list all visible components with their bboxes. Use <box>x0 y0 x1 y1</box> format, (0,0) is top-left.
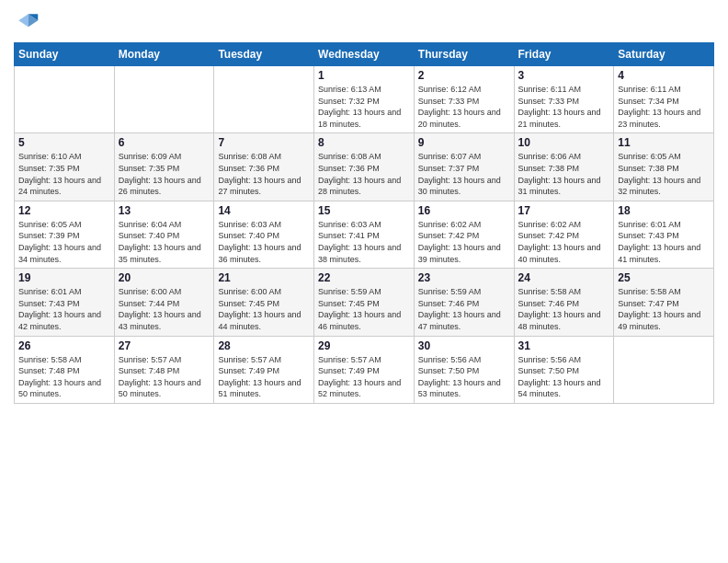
week-row-4: 19Sunrise: 6:01 AM Sunset: 7:43 PM Dayli… <box>15 269 714 336</box>
day-info: Sunrise: 6:07 AM Sunset: 7:37 PM Dayligh… <box>418 151 510 197</box>
day-cell: 5Sunrise: 6:10 AM Sunset: 7:35 PM Daylig… <box>15 133 115 201</box>
day-cell <box>15 66 115 133</box>
day-info: Sunrise: 6:11 AM Sunset: 7:34 PM Dayligh… <box>618 84 710 130</box>
day-cell: 25Sunrise: 5:58 AM Sunset: 7:47 PM Dayli… <box>614 269 714 336</box>
day-number: 17 <box>518 204 610 217</box>
day-cell: 28Sunrise: 5:57 AM Sunset: 7:49 PM Dayli… <box>214 336 314 403</box>
day-info: Sunrise: 6:01 AM Sunset: 7:43 PM Dayligh… <box>18 286 110 332</box>
day-cell: 3Sunrise: 6:11 AM Sunset: 7:33 PM Daylig… <box>514 66 614 133</box>
day-cell: 10Sunrise: 6:06 AM Sunset: 7:38 PM Dayli… <box>514 133 614 201</box>
day-number: 3 <box>518 69 610 82</box>
day-info: Sunrise: 6:03 AM Sunset: 7:41 PM Dayligh… <box>318 219 410 265</box>
day-info: Sunrise: 5:56 AM Sunset: 7:50 PM Dayligh… <box>418 354 510 400</box>
day-info: Sunrise: 6:08 AM Sunset: 7:36 PM Dayligh… <box>318 151 410 197</box>
day-info: Sunrise: 5:58 AM Sunset: 7:46 PM Dayligh… <box>518 286 610 332</box>
day-number: 26 <box>18 339 110 352</box>
logo-icon <box>14 9 40 35</box>
day-cell: 1Sunrise: 6:13 AM Sunset: 7:32 PM Daylig… <box>314 66 415 133</box>
day-cell: 11Sunrise: 6:05 AM Sunset: 7:38 PM Dayli… <box>614 133 714 201</box>
day-info: Sunrise: 6:12 AM Sunset: 7:33 PM Dayligh… <box>418 84 510 130</box>
day-number: 11 <box>618 136 710 149</box>
day-cell <box>114 66 214 133</box>
day-info: Sunrise: 5:58 AM Sunset: 7:48 PM Dayligh… <box>18 354 110 400</box>
day-info: Sunrise: 6:13 AM Sunset: 7:32 PM Dayligh… <box>318 84 410 130</box>
day-cell: 8Sunrise: 6:08 AM Sunset: 7:36 PM Daylig… <box>314 133 415 201</box>
day-number: 1 <box>318 69 410 82</box>
day-number: 22 <box>318 271 410 284</box>
day-number: 25 <box>618 271 710 284</box>
day-cell: 17Sunrise: 6:02 AM Sunset: 7:42 PM Dayli… <box>514 201 614 268</box>
day-cell: 26Sunrise: 5:58 AM Sunset: 7:48 PM Dayli… <box>15 336 115 403</box>
day-cell: 14Sunrise: 6:03 AM Sunset: 7:40 PM Dayli… <box>214 201 314 268</box>
day-info: Sunrise: 6:06 AM Sunset: 7:38 PM Dayligh… <box>518 151 610 197</box>
day-number: 31 <box>518 339 610 352</box>
day-info: Sunrise: 6:00 AM Sunset: 7:44 PM Dayligh… <box>119 286 210 332</box>
weekday-tuesday: Tuesday <box>214 43 314 66</box>
day-info: Sunrise: 6:02 AM Sunset: 7:42 PM Dayligh… <box>418 219 510 265</box>
day-number: 6 <box>119 136 210 149</box>
day-number: 15 <box>318 204 410 217</box>
weekday-thursday: Thursday <box>414 43 514 66</box>
day-number: 2 <box>418 69 510 82</box>
day-number: 20 <box>119 271 210 284</box>
week-row-1: 1Sunrise: 6:13 AM Sunset: 7:32 PM Daylig… <box>15 66 714 133</box>
day-number: 10 <box>518 136 610 149</box>
day-cell: 20Sunrise: 6:00 AM Sunset: 7:44 PM Dayli… <box>114 269 214 336</box>
day-cell <box>614 336 714 403</box>
day-cell: 23Sunrise: 5:59 AM Sunset: 7:46 PM Dayli… <box>414 269 514 336</box>
day-number: 13 <box>119 204 210 217</box>
day-cell: 2Sunrise: 6:12 AM Sunset: 7:33 PM Daylig… <box>414 66 514 133</box>
day-number: 30 <box>418 339 510 352</box>
weekday-saturday: Saturday <box>614 43 714 66</box>
day-number: 28 <box>218 339 310 352</box>
page: SundayMondayTuesdayWednesdayThursdayFrid… <box>0 0 728 563</box>
day-number: 29 <box>318 339 410 352</box>
day-info: Sunrise: 5:56 AM Sunset: 7:50 PM Dayligh… <box>518 354 610 400</box>
week-row-5: 26Sunrise: 5:58 AM Sunset: 7:48 PM Dayli… <box>15 336 714 403</box>
day-number: 14 <box>218 204 310 217</box>
day-cell: 22Sunrise: 5:59 AM Sunset: 7:45 PM Dayli… <box>314 269 415 336</box>
week-row-3: 12Sunrise: 6:05 AM Sunset: 7:39 PM Dayli… <box>15 201 714 268</box>
day-number: 8 <box>318 136 410 149</box>
day-cell: 19Sunrise: 6:01 AM Sunset: 7:43 PM Dayli… <box>15 269 115 336</box>
day-cell: 15Sunrise: 6:03 AM Sunset: 7:41 PM Dayli… <box>314 201 415 268</box>
header <box>14 9 714 35</box>
day-info: Sunrise: 6:03 AM Sunset: 7:40 PM Dayligh… <box>218 219 310 265</box>
day-cell: 12Sunrise: 6:05 AM Sunset: 7:39 PM Dayli… <box>15 201 115 268</box>
day-info: Sunrise: 6:01 AM Sunset: 7:43 PM Dayligh… <box>618 219 710 265</box>
day-info: Sunrise: 6:04 AM Sunset: 7:40 PM Dayligh… <box>119 219 210 265</box>
day-info: Sunrise: 5:59 AM Sunset: 7:45 PM Dayligh… <box>318 286 410 332</box>
day-cell: 27Sunrise: 5:57 AM Sunset: 7:48 PM Dayli… <box>114 336 214 403</box>
day-cell: 9Sunrise: 6:07 AM Sunset: 7:37 PM Daylig… <box>414 133 514 201</box>
weekday-monday: Monday <box>114 43 214 66</box>
day-cell: 13Sunrise: 6:04 AM Sunset: 7:40 PM Dayli… <box>114 201 214 268</box>
day-info: Sunrise: 6:08 AM Sunset: 7:36 PM Dayligh… <box>218 151 310 197</box>
day-number: 21 <box>218 271 310 284</box>
weekday-sunday: Sunday <box>15 43 115 66</box>
day-number: 9 <box>418 136 510 149</box>
day-number: 18 <box>618 204 710 217</box>
day-info: Sunrise: 5:57 AM Sunset: 7:48 PM Dayligh… <box>119 354 210 400</box>
day-cell: 29Sunrise: 5:57 AM Sunset: 7:49 PM Dayli… <box>314 336 415 403</box>
day-cell: 16Sunrise: 6:02 AM Sunset: 7:42 PM Dayli… <box>414 201 514 268</box>
day-info: Sunrise: 5:59 AM Sunset: 7:46 PM Dayligh… <box>418 286 510 332</box>
day-cell: 21Sunrise: 6:00 AM Sunset: 7:45 PM Dayli… <box>214 269 314 336</box>
day-cell: 30Sunrise: 5:56 AM Sunset: 7:50 PM Dayli… <box>414 336 514 403</box>
calendar: SundayMondayTuesdayWednesdayThursdayFrid… <box>14 42 714 404</box>
day-info: Sunrise: 6:05 AM Sunset: 7:39 PM Dayligh… <box>18 219 110 265</box>
day-number: 4 <box>618 69 710 82</box>
day-info: Sunrise: 6:09 AM Sunset: 7:35 PM Dayligh… <box>119 151 210 197</box>
day-number: 16 <box>418 204 510 217</box>
day-cell: 31Sunrise: 5:56 AM Sunset: 7:50 PM Dayli… <box>514 336 614 403</box>
week-row-2: 5Sunrise: 6:10 AM Sunset: 7:35 PM Daylig… <box>15 133 714 201</box>
day-number: 7 <box>218 136 310 149</box>
day-info: Sunrise: 5:57 AM Sunset: 7:49 PM Dayligh… <box>318 354 410 400</box>
day-info: Sunrise: 6:11 AM Sunset: 7:33 PM Dayligh… <box>518 84 610 130</box>
logo <box>14 9 43 35</box>
day-cell: 7Sunrise: 6:08 AM Sunset: 7:36 PM Daylig… <box>214 133 314 201</box>
day-number: 23 <box>418 271 510 284</box>
day-number: 12 <box>18 204 110 217</box>
weekday-wednesday: Wednesday <box>314 43 415 66</box>
day-cell: 24Sunrise: 5:58 AM Sunset: 7:46 PM Dayli… <box>514 269 614 336</box>
day-number: 24 <box>518 271 610 284</box>
